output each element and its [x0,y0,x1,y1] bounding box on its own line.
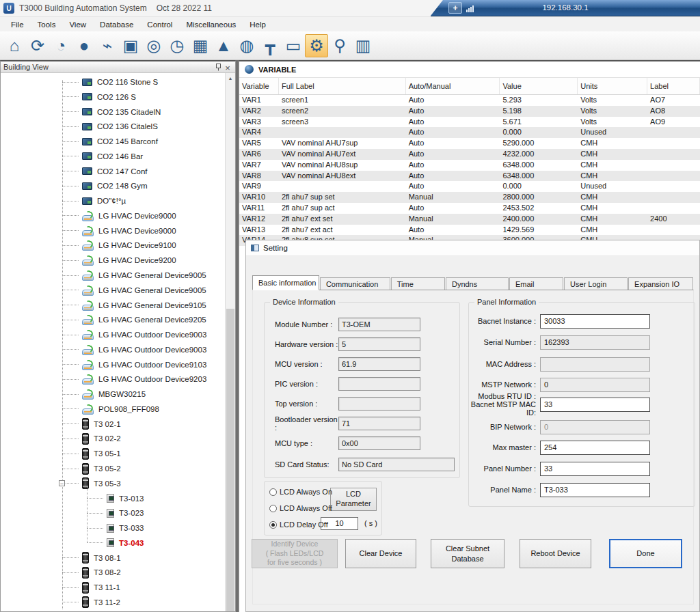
cell[interactable]: 2400 [647,214,700,225]
tree-item-t3-05-2[interactable]: T3 05-2 [62,461,121,476]
cell[interactable]: 2fl ahu7 sup set [279,192,406,203]
cell[interactable]: Auto [406,149,500,160]
collapse-expander[interactable]: – [59,480,65,486]
cell[interactable]: 4232.000 [500,149,578,160]
tree-item-lg-hvac-device9200[interactable]: LG HVAC Device9200 [62,253,176,268]
cell[interactable]: VAR7 [239,160,279,171]
tree-item-co2-126-s[interactable]: CO2 126 S [62,89,136,105]
cell[interactable]: Manual [406,214,500,225]
cell[interactable]: VAR8 [239,171,279,182]
toolbar-building-icon[interactable]: ▥ [351,34,375,57]
cell[interactable]: Auto [406,127,500,138]
tree-item-t3-11-1[interactable]: T3 11-1 [62,580,120,595]
toolbar-search-icon[interactable]: ⚲ [328,34,351,57]
tree-item-co2-116-stone-s[interactable]: CO2 116 Stone S [62,74,158,89]
toolbar-controller-icon[interactable]: ▣ [119,34,142,57]
table-row-var1[interactable]: VAR1screen1Auto5.293VoltsAO7 [239,95,700,106]
menu-database[interactable]: Database [93,18,140,31]
table-row-var9[interactable]: VAR9Auto0.000Unused [239,181,700,192]
table-row-var7[interactable]: VAR7VAV nominal AHU8supAuto6348.000CMH [239,160,700,171]
tab-user-login[interactable]: User Login [564,277,628,290]
cell[interactable]: VAR13 [239,225,279,236]
cell[interactable]: VAR11 [239,203,279,214]
lcd-always-off-radio[interactable] [269,505,277,512]
cell[interactable] [279,181,406,192]
cell[interactable]: screen3 [279,117,406,128]
cell[interactable]: Auto [406,171,500,182]
cell[interactable]: VAR12 [239,214,279,225]
tree-item-t3-02-1[interactable]: T3 02-1 [62,417,121,432]
cell[interactable]: screen1 [279,95,406,106]
cell[interactable]: VAR10 [239,192,279,203]
serial-number-field[interactable]: 162393 [540,335,650,350]
modbus-rtu-id-bacnet-mstp-mac-id-field[interactable]: 33 [540,398,650,412]
tree-item-co2-135-citadeln[interactable]: CO2 135 CitadelN [62,105,161,120]
menu-help[interactable]: Help [243,18,273,31]
cell[interactable]: Volts [578,95,647,106]
cell[interactable]: 5.671 [500,117,578,128]
cell[interactable]: Auto [406,138,500,149]
cell[interactable]: VAR1 [239,95,279,106]
tree-item-lg-hvac-device9100[interactable]: LG HVAC Device9100 [62,238,176,253]
cell[interactable]: 5290.000 [500,138,578,149]
table-row-var2[interactable]: VAR2screen2Auto5.198VoltsAO8 [239,106,700,117]
lcd-always-on-option[interactable]: LCD Always On [269,487,332,497]
scrollbar-thumb[interactable] [226,309,234,611]
toolbar-monitor-icon[interactable]: ▭ [282,34,305,57]
toolbar-trend-chart-icon[interactable]: ▲ [212,34,235,57]
cell[interactable]: VAV nominal AHU8sup [279,160,406,171]
tree-item-t3-02-2[interactable]: T3 02-2 [62,431,121,446]
mac-address-field[interactable] [540,357,650,372]
cell[interactable] [647,192,700,203]
toolbar-alarm-icon[interactable]: ◍ [235,34,258,57]
bip-network-field[interactable]: 0 [540,420,650,434]
lcd-delay-off-option[interactable]: LCD Delay Off [269,520,328,529]
panel-number-field[interactable]: 33 [540,462,650,476]
table-row-var11[interactable]: VAR112fl ahu7 sup actAuto2453.502CMH [239,203,700,214]
cell[interactable] [647,225,700,236]
tree-scrollbar[interactable]: ▲ [225,73,235,611]
tab-basic-information[interactable]: Basic information [252,275,319,290]
top-version-field[interactable] [338,397,420,411]
module-number-field[interactable]: T3-OEM [338,318,420,331]
connect-plus-icon[interactable]: + [448,2,462,14]
cell[interactable]: 2fl ahu7 ext set [279,214,406,225]
toolbar-globe-icon[interactable]: ● [72,34,96,57]
table-row-var6[interactable]: VAR6VAV nominal AHU7extAuto4232.000CMH [239,149,700,160]
tab-expansion-io[interactable]: Expansion IO [628,277,693,290]
cell[interactable]: 2400.000 [500,214,578,225]
tree-item-blank[interactable] [62,610,94,611]
cell[interactable]: CMH [578,214,647,225]
clear-device-button[interactable]: Clear Device [345,539,416,568]
tree-item-co2-146-bar[interactable]: CO2 146 Bar [62,149,143,164]
tree-item-lg-hvac-device9000[interactable]: LG HVAC Device9000 [62,208,176,223]
cell[interactable]: 2800.000 [500,192,578,203]
bacnet-instance-field[interactable]: 30033 [540,314,650,329]
tree-item-lg-hvac-general-device9105[interactable]: LG HVAC General Device9105 [62,298,206,313]
cell[interactable]: 6348.000 [500,160,578,171]
tree-item-lg-hvac-outdoor-device9003[interactable]: LG HVAC Outdoor Device9003 [62,327,206,342]
tree-item-co2-136-citalels[interactable]: CO2 136 CitalelS [62,119,158,134]
table-row-var5[interactable]: VAR5VAV nominal AHU7supAuto5290.000CMH [239,138,700,149]
toolbar-settings-gear-icon[interactable]: ⚙ [305,34,328,57]
cell[interactable]: VAR6 [239,149,279,160]
tree-item-t3-033[interactable]: T3-033 [87,520,144,536]
tree-item-lg-hvac-outdoor-device9003[interactable]: LG HVAC Outdoor Device9003 [62,342,206,357]
tree-item-t3-023[interactable]: T3-023 [87,505,144,520]
tree-item-lg-hvac-general-device9005[interactable]: LG HVAC General Device9005 [62,283,206,298]
cell[interactable]: 0.000 [500,181,578,192]
tree-item-co2-148-gym[interactable]: CO2 148 Gym [62,178,148,193]
cell[interactable]: CMH [578,203,647,214]
cell[interactable]: CMH [578,160,647,171]
tab-dyndns[interactable]: Dyndns [446,277,509,290]
cell[interactable]: Auto [406,225,500,236]
cell[interactable]: VAV nominal AHU7sup [279,138,406,149]
tree-item-lg-hvac-outdoor-device9103[interactable]: LG HVAC Outdoor Device9103 [62,357,206,372]
cell[interactable]: screen2 [279,106,406,117]
cell[interactable]: 2fl ahu7 ext act [279,225,406,236]
cell[interactable]: AO7 [647,95,700,106]
tree-item-t3-05-1[interactable]: T3 05-1 [62,446,121,461]
toolbar-clock-icon[interactable]: ◷ [165,34,189,57]
cell[interactable]: 5.293 [500,95,578,106]
cell[interactable] [647,181,700,192]
